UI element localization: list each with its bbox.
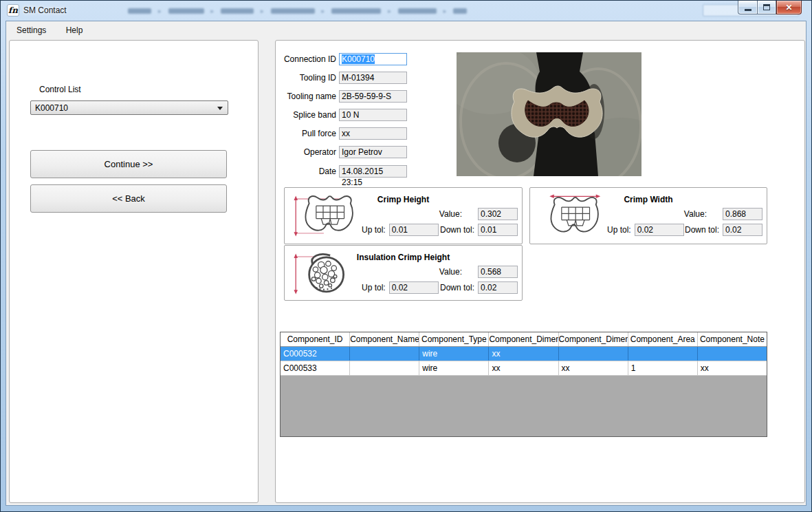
cell[interactable]: C000533: [281, 361, 350, 375]
crimp-height-down-tol[interactable]: [478, 224, 518, 236]
up-tol-label: Up tol:: [362, 225, 386, 235]
crimp-width-title: Crimp Width: [551, 195, 746, 204]
crimp-width-up-tol[interactable]: [635, 224, 684, 236]
connection-id-label: Connection ID: [276, 54, 336, 64]
maximize-icon: [763, 4, 770, 10]
chevron-down-icon: [217, 107, 223, 110]
connection-id-field[interactable]: K000710: [339, 53, 407, 65]
crimp-cross-section-photo: [457, 52, 641, 176]
continue-button[interactable]: Continue >>: [30, 150, 227, 178]
cell[interactable]: wire: [419, 361, 489, 375]
window-title: SM Contact: [23, 6, 67, 15]
date-label: Date: [276, 167, 336, 176]
cell[interactable]: [559, 347, 628, 361]
titlebar[interactable]: ▸ ▸ ▸ ▸ ▸ ▸ fn SM Contact ✕: [1, 1, 811, 21]
selected-text: K000710: [342, 54, 375, 64]
control-list-dropdown[interactable]: K000710: [30, 100, 228, 115]
down-tol-label: Down tol:: [440, 225, 474, 235]
splice-band-label: Splice band: [276, 110, 336, 120]
cell[interactable]: wire: [419, 347, 489, 361]
tooling-name-field[interactable]: 2B-59-59-9-S: [339, 90, 407, 103]
up-tol-label: Up tol:: [362, 283, 386, 292]
cell[interactable]: xx: [489, 347, 558, 361]
crimp-height-title: Crimp Height: [305, 195, 501, 204]
tooling-name-label: Tooling name: [276, 92, 336, 101]
minimize-icon: [745, 9, 751, 11]
up-tol-label: Up tol:: [607, 225, 631, 235]
table-empty-area: [281, 376, 767, 436]
date-field[interactable]: 14.08.2015 23:15: [339, 165, 407, 178]
menubar: Settings Help: [6, 21, 806, 39]
value-label: Value:: [439, 209, 462, 219]
cell[interactable]: [350, 361, 419, 375]
insulation-up-tol[interactable]: [389, 281, 439, 294]
column-header-component-dimens-1[interactable]: Component_Dimens: [489, 332, 558, 346]
cell[interactable]: xx: [559, 361, 628, 375]
column-header-component-type[interactable]: Component_Type: [419, 332, 489, 346]
app-logo-text: fn: [8, 6, 18, 15]
pull-force-field[interactable]: xx: [339, 127, 407, 140]
table-header-row: Component_ID Component_Name Component_Ty…: [281, 332, 767, 347]
column-header-component-area[interactable]: Component_Area: [628, 332, 698, 346]
tooling-id-label: Tooling ID: [276, 73, 336, 83]
aero-glass-reflection: ▸ ▸ ▸ ▸ ▸ ▸: [128, 6, 699, 17]
tooling-id-field[interactable]: M-01394: [339, 72, 407, 84]
column-header-component-note[interactable]: Component_Note: [698, 332, 767, 346]
caption-buttons: ✕: [738, 1, 802, 14]
components-table: Component_ID Component_Name Component_Ty…: [280, 332, 767, 437]
splice-band-field[interactable]: 10 N: [339, 109, 407, 121]
column-header-component-name[interactable]: Component_Name: [350, 332, 419, 346]
crimp-height-value[interactable]: [478, 208, 518, 220]
maximize-button[interactable]: [757, 1, 776, 14]
control-panel: Control List K000710 Continue >> << Back: [9, 40, 259, 503]
operator-field[interactable]: Igor Petrov: [339, 146, 407, 158]
control-list-selected-value: K000710: [35, 103, 68, 113]
menu-help[interactable]: Help: [59, 21, 90, 35]
cell[interactable]: C000532: [281, 347, 350, 361]
insulation-down-tol[interactable]: [478, 281, 518, 294]
app-window: ▸ ▸ ▸ ▸ ▸ ▸ fn SM Contact ✕ Settings Hel…: [0, 0, 812, 512]
column-header-component-id[interactable]: Component_ID: [281, 332, 350, 346]
value-label: Value:: [684, 209, 707, 219]
column-header-component-dimens-2[interactable]: Component_Dimens: [559, 332, 628, 346]
cell[interactable]: 1: [628, 361, 698, 375]
close-icon: ✕: [785, 3, 792, 12]
table-row[interactable]: C000533 wire xx xx 1 xx: [281, 361, 767, 376]
insulation-crimp-height-value[interactable]: [478, 266, 518, 278]
cell[interactable]: [698, 347, 767, 361]
client-area: Settings Help Control List K000710 Conti…: [6, 21, 806, 506]
control-list-label: Control List: [39, 85, 81, 94]
down-tol-label: Down tol:: [440, 283, 474, 292]
app-icon: fn: [7, 4, 19, 17]
crimp-height-box: Crimp Height Value: Up tol: Down tol:: [284, 187, 523, 244]
cell[interactable]: [350, 347, 419, 361]
insulation-crimp-height-box: Insulation Crimp Height Value: Up tol: D…: [284, 245, 523, 301]
back-button[interactable]: << Back: [30, 184, 227, 213]
table-row-selected[interactable]: C000532 wire xx: [281, 347, 767, 361]
minimize-button[interactable]: [738, 1, 757, 14]
crimp-width-down-tol[interactable]: [723, 224, 762, 236]
close-button[interactable]: ✕: [776, 1, 802, 14]
crimp-height-up-tol[interactable]: [389, 224, 439, 236]
menu-settings[interactable]: Settings: [10, 21, 53, 35]
value-label: Value:: [439, 267, 462, 277]
down-tol-label: Down tol:: [685, 225, 719, 235]
cell[interactable]: xx: [489, 361, 558, 375]
details-panel: Connection ID K000710 Tooling ID M-01394…: [275, 40, 805, 503]
cell[interactable]: xx: [698, 361, 767, 375]
crimp-width-box: Crimp Width Value: Up tol: Down tol:: [529, 187, 767, 244]
pull-force-label: Pull force: [276, 129, 336, 138]
insulation-crimp-height-title: Insulation Crimp Height: [305, 253, 501, 262]
crimp-width-value[interactable]: [723, 208, 762, 220]
cell[interactable]: [628, 347, 698, 361]
operator-label: Operator: [276, 147, 336, 157]
